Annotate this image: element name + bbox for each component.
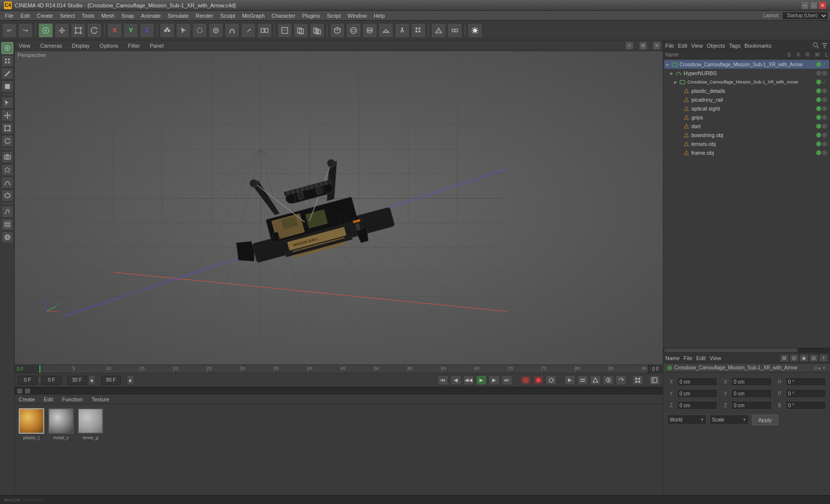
- mode-z-button[interactable]: Z: [140, 23, 154, 38]
- attr-menu-edit[interactable]: Edit: [696, 355, 706, 361]
- obj-menu-edit[interactable]: Edit: [678, 43, 687, 49]
- menu-select[interactable]: Select: [57, 12, 78, 20]
- tool-paint-button[interactable]: [192, 23, 207, 38]
- menu-mograph[interactable]: MoGraph: [239, 12, 267, 20]
- menu-edit[interactable]: Edit: [18, 12, 33, 20]
- attr-y-size[interactable]: 0 cm: [731, 389, 771, 398]
- play-reverse-button[interactable]: ◀◀: [463, 375, 474, 385]
- tool-parent-button[interactable]: [160, 23, 175, 38]
- attr-menu-view[interactable]: View: [710, 355, 721, 361]
- attr-y-rot[interactable]: 0 °: [786, 389, 826, 398]
- viewport-menu-view[interactable]: View: [17, 42, 32, 50]
- menu-sculpt[interactable]: Sculpt: [217, 12, 238, 20]
- viewport-menu-display[interactable]: Display: [70, 42, 91, 50]
- mode-scale-button[interactable]: [71, 23, 86, 38]
- render-frames-button[interactable]: [294, 23, 308, 38]
- undo-button[interactable]: ↩: [2, 23, 17, 38]
- layout-dropdown[interactable]: Startup (User): [782, 12, 828, 20]
- tree-item-crossbow-sub[interactable]: ▶ Crossbow_Camouflage_Mission_Sub-1_XR_w…: [664, 78, 829, 86]
- view-perspective-button[interactable]: [431, 23, 446, 38]
- attr-mode-2[interactable]: ⊡: [790, 354, 799, 362]
- menu-plugins[interactable]: Plugins: [299, 12, 323, 20]
- attr-menu-name[interactable]: Name: [665, 355, 680, 361]
- tool-move[interactable]: [1, 110, 13, 121]
- keyframe-nav-button[interactable]: [546, 375, 557, 385]
- fps-stepper[interactable]: ▲: [89, 375, 95, 385]
- attr-menu-file[interactable]: File: [683, 355, 692, 361]
- snap-to-key-button[interactable]: [564, 375, 575, 385]
- tool-loop-button[interactable]: [208, 23, 223, 38]
- viewport-menu-panel[interactable]: Panel: [148, 42, 166, 50]
- tool-live-select[interactable]: [1, 97, 13, 109]
- tool-sphere-2[interactable]: [1, 231, 13, 243]
- anim-loop-button[interactable]: [616, 375, 626, 385]
- viewport-menu-filter[interactable]: Filter: [126, 42, 142, 50]
- tool-rotate[interactable]: [1, 135, 13, 147]
- attr-y-pos[interactable]: 0 cm: [677, 389, 717, 398]
- render-region-button[interactable]: [277, 23, 292, 38]
- mode-y-button[interactable]: Y: [123, 23, 138, 38]
- anim-grid-btn[interactable]: [632, 375, 643, 385]
- viewport-maximize-btn[interactable]: +: [625, 42, 633, 50]
- view-stereo-button[interactable]: [447, 23, 462, 38]
- anim-view-btn[interactable]: [649, 375, 660, 385]
- menu-create[interactable]: Create: [34, 12, 56, 20]
- materials-menu-create[interactable]: Create: [17, 395, 37, 403]
- menu-window[interactable]: Window: [345, 12, 370, 20]
- obj-menu-bookmarks[interactable]: Bookmarks: [744, 43, 771, 49]
- snap-plane-button[interactable]: [379, 23, 393, 38]
- menu-tools[interactable]: Tools: [79, 12, 97, 20]
- mode-rotate-button[interactable]: [87, 23, 102, 38]
- tree-item-dart[interactable]: dart: [664, 122, 829, 131]
- anim-layer-button[interactable]: [577, 375, 588, 385]
- anim-frame-button[interactable]: [603, 375, 614, 385]
- tree-item-rail[interactable]: picatinny_rail: [664, 95, 829, 104]
- materials-menu-function[interactable]: Function: [60, 395, 85, 403]
- attr-z-pos[interactable]: 0 cm: [677, 401, 717, 410]
- tool-nurbs[interactable]: [1, 177, 13, 189]
- snap-grid-button[interactable]: [411, 23, 426, 38]
- menu-simulate[interactable]: Simulate: [165, 12, 192, 20]
- anim-mode-button[interactable]: [590, 375, 601, 385]
- tree-item-plastic[interactable]: plastic_details: [664, 86, 829, 95]
- attr-x-pos[interactable]: 0 cm: [677, 377, 717, 386]
- viewport-3d[interactable]: Perspective: [15, 51, 663, 364]
- play-button[interactable]: ▶: [476, 375, 487, 385]
- timeline-bar[interactable]: 5 10 15 20 25 30 35 40 45: [39, 365, 648, 373]
- apply-button[interactable]: Apply: [752, 415, 778, 425]
- go-to-end-button[interactable]: ⏭: [502, 375, 512, 385]
- step-forward-button[interactable]: ▶: [489, 375, 500, 385]
- materials-menu-edit[interactable]: Edit: [42, 395, 55, 403]
- tool-scale[interactable]: [1, 122, 13, 134]
- tool-edges-button[interactable]: [1, 68, 13, 80]
- menu-help[interactable]: Help: [371, 12, 388, 20]
- viewport-menu-options[interactable]: Options: [97, 42, 120, 50]
- attr-x-rot[interactable]: 0 °: [786, 377, 826, 386]
- obj-menu-objects[interactable]: Objects: [707, 43, 725, 49]
- attr-x-size[interactable]: 0 cm: [731, 377, 771, 386]
- snap-cube-button[interactable]: [330, 23, 345, 38]
- obj-menu-tags[interactable]: Tags: [729, 43, 741, 49]
- mode-x-button[interactable]: X: [107, 23, 122, 38]
- attr-mode-5[interactable]: +: [819, 354, 828, 362]
- tool-light[interactable]: [1, 164, 13, 176]
- record-keyframe-button[interactable]: [533, 375, 544, 385]
- tool-polygons-button[interactable]: [1, 81, 13, 92]
- tool-bend[interactable]: [1, 206, 13, 218]
- menu-file[interactable]: File: [2, 12, 17, 20]
- tree-item-bowstring[interactable]: bowstring.obj: [664, 131, 829, 140]
- snap-cylinder-button[interactable]: [362, 23, 377, 38]
- menu-character[interactable]: Character: [268, 12, 298, 20]
- attr-z-rot[interactable]: 0 °: [786, 401, 826, 410]
- tool-points-button[interactable]: [1, 55, 13, 67]
- tool-camera[interactable]: [1, 151, 13, 163]
- snap-figure-button[interactable]: [395, 23, 410, 38]
- attr-mode-4[interactable]: ⊟: [809, 354, 818, 362]
- materials-menu-texture[interactable]: Texture: [89, 395, 111, 403]
- attr-space-dropdown[interactable]: World ▼: [667, 415, 707, 424]
- tree-item-root[interactable]: ▶ Crossbow_Camouflage_Mission_Sub-1_XR_w…: [664, 60, 829, 69]
- viewport-settings-btn[interactable]: ⚙: [639, 42, 647, 50]
- tree-item-hypernurbs[interactable]: ▶ HyperNURBS: [664, 69, 829, 78]
- tool-polygon-2[interactable]: [1, 190, 13, 201]
- mode-object-button[interactable]: [38, 23, 53, 38]
